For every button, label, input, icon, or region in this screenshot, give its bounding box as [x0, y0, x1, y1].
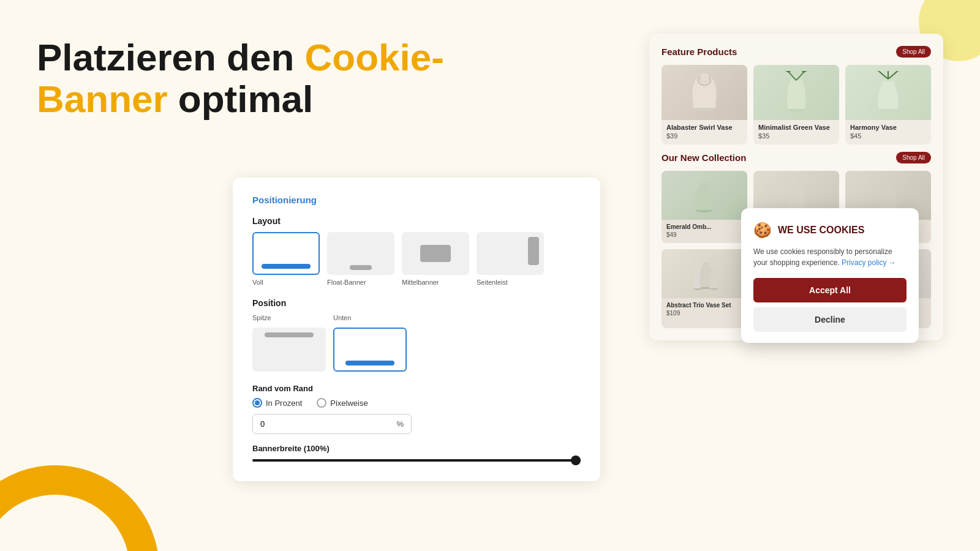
svg-point-2 [699, 72, 709, 82]
product-info-3: Harmony Vase $45 [845, 120, 931, 144]
layout-option-voll[interactable]: Voll [252, 232, 320, 286]
position-option-spitze[interactable]: Spitze [252, 314, 326, 372]
product-img-1 [662, 65, 747, 120]
product-img-2 [753, 65, 839, 120]
new-collection-title: Our New Collection [662, 152, 746, 163]
headline-part1: Platzieren den [37, 36, 305, 78]
collection-vase-1 [689, 177, 720, 214]
cookie-header: 🍪 WE USE COOKIES [753, 222, 907, 239]
headline: Platzieren den Cookie- Banner optimal [37, 37, 466, 120]
vase-svg-1 [686, 71, 723, 114]
position-box-unten[interactable] [333, 328, 407, 372]
product-img-3 [845, 65, 931, 120]
collection-img-1 [662, 171, 747, 220]
bannerbreite-label: Bannerbreite (100%) [252, 444, 581, 453]
layout-bar-middle [420, 245, 451, 262]
layout-option-float[interactable]: Float-Banner [327, 232, 394, 286]
radio-group: In Prozent Pixelweise [252, 398, 581, 408]
privacy-policy-link[interactable]: Privacy policy → [842, 258, 896, 267]
layout-bar-side [528, 237, 539, 265]
product-card-3[interactable]: Harmony Vase $45 [845, 65, 931, 144]
position-label-spitze: Spitze [252, 314, 271, 321]
featured-products-grid: Alabaster Swirl Vase $39 Minimalist [662, 65, 931, 144]
radio-in-prozent[interactable]: In Prozent [252, 398, 302, 408]
position-options: Spitze Unten [252, 314, 581, 372]
layout-box-middle[interactable] [402, 232, 469, 275]
position-box-spitze[interactable] [252, 328, 326, 372]
headline-highlight2: Banner [37, 78, 168, 120]
bottom-img-1 [662, 249, 747, 298]
cookie-banner: 🍪 WE USE COOKIES We use cookies responsi… [741, 208, 919, 343]
cookie-title: WE USE COOKIES [778, 225, 864, 236]
product-price-3: $45 [850, 132, 926, 140]
product-card-2[interactable]: Minimalist Green Vase $35 [753, 65, 839, 144]
vase-svg-2 [778, 71, 815, 114]
radio-circle-prozent [252, 398, 262, 408]
layout-label-side: Seitenleist [477, 279, 508, 286]
panel-title: Positionierung [252, 195, 581, 205]
slider-thumb[interactable] [571, 455, 581, 465]
pos-bar-spitze [265, 332, 314, 337]
featured-title: Feature Products [662, 47, 737, 57]
bottom-vase-1 [689, 255, 720, 292]
pos-bar-unten [345, 361, 394, 365]
yellow-circle-decoration [0, 465, 159, 551]
product-price-2: $35 [758, 132, 834, 140]
radio-pixelweise[interactable]: Pixelweise [317, 398, 368, 408]
product-info-2: Minimalist Green Vase $35 [753, 120, 839, 144]
bottom-price-1: $109 [666, 310, 742, 317]
layout-options: Voll Float-Banner Mittelbanner Seitenlei… [252, 232, 581, 286]
position-label: Position [252, 298, 581, 308]
vase-svg-3 [870, 71, 907, 114]
bannerbreite-section: Bannerbreite (100%) [252, 444, 581, 462]
cookie-text: We use cookies responsibly to personaliz… [753, 246, 907, 268]
slider-fill [252, 459, 581, 462]
product-name-1: Alabaster Swirl Vase [666, 124, 742, 131]
product-price-1: $39 [666, 132, 742, 140]
product-info-1: Alabaster Swirl Vase $39 [662, 120, 747, 144]
rand-section: Rand vom Rand In Prozent Pixelweise % [252, 384, 581, 434]
slider-track[interactable] [252, 459, 581, 462]
bottom-card-1[interactable]: Abstract Trio Vase Set $109 [662, 249, 747, 328]
rand-title: Rand vom Rand [252, 384, 581, 393]
cookie-accept-button[interactable]: Accept All [753, 278, 907, 302]
new-collection-header: Our New Collection Shop All [662, 152, 931, 163]
bottom-name-1: Abstract Trio Vase Set [666, 302, 742, 309]
layout-bar-voll [262, 264, 311, 269]
radio-label-pixel: Pixelweise [330, 399, 368, 408]
collection-price-1: $49 [666, 231, 742, 238]
collection-name-1: Emerald Omb... [666, 223, 742, 230]
radio-circle-pixel [317, 398, 326, 408]
headline-section: Platzieren den Cookie- Banner optimal [37, 37, 466, 120]
cookie-decline-button[interactable]: Decline [753, 307, 907, 332]
collection-info-1: Emerald Omb... $49 [662, 220, 747, 243]
position-option-unten[interactable]: Unten [333, 314, 407, 372]
layout-label-middle: Mittelbanner [402, 279, 439, 286]
headline-highlight1: Cookie- [305, 36, 444, 78]
layout-option-side[interactable]: Seitenleist [477, 232, 544, 286]
collection-card-1[interactable]: Emerald Omb... $49 [662, 171, 747, 243]
percent-input[interactable] [253, 414, 389, 433]
product-name-2: Minimalist Green Vase [758, 124, 834, 131]
percent-symbol: % [389, 414, 411, 433]
bottom-info-1: Abstract Trio Vase Set $109 [662, 298, 747, 321]
headline-part3: optimal [168, 78, 314, 120]
positioning-panel: Positionierung Layout Voll Float-Banner … [233, 178, 600, 481]
layout-label-voll: Voll [252, 279, 263, 286]
product-name-3: Harmony Vase [850, 124, 926, 131]
radio-label-prozent: In Prozent [266, 399, 302, 408]
layout-option-middle[interactable]: Mittelbanner [402, 232, 469, 286]
featured-header: Feature Products Shop All [662, 46, 931, 58]
shop-all-button-featured[interactable]: Shop All [896, 46, 931, 58]
layout-box-voll[interactable] [252, 232, 320, 275]
position-label-unten: Unten [333, 314, 351, 321]
cookie-icon: 🍪 [753, 222, 772, 239]
shop-all-button-new[interactable]: Shop All [896, 152, 931, 163]
product-card-1[interactable]: Alabaster Swirl Vase $39 [662, 65, 747, 144]
layout-bar-float [350, 265, 372, 270]
layout-box-side[interactable] [477, 232, 544, 275]
percent-input-container: % [252, 414, 412, 434]
layout-label-float: Float-Banner [327, 279, 366, 286]
layout-label: Layout [252, 216, 581, 226]
layout-box-float[interactable] [327, 232, 394, 275]
